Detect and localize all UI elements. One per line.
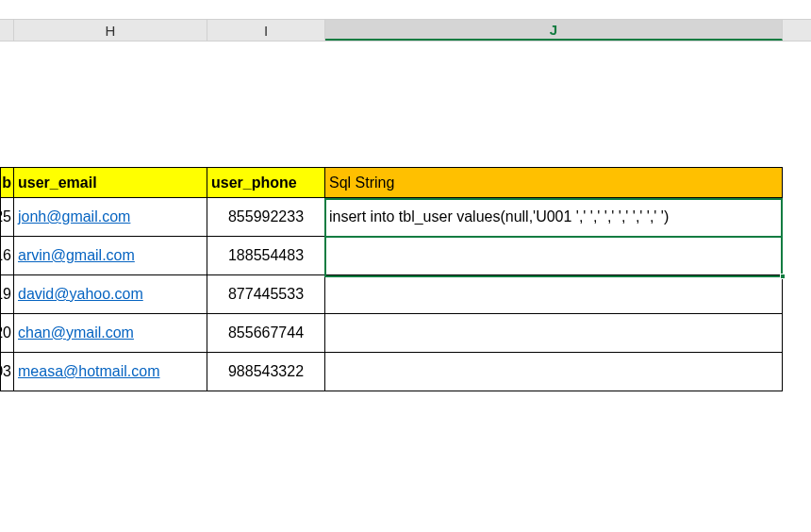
column-header-k-partial[interactable] [783,20,811,41]
email-link[interactable]: jonh@gmail.com [18,208,130,225]
cell-email[interactable]: chan@ymail.com [14,314,207,353]
data-table: b user_email user_phone Sql String 25 jo… [0,167,783,391]
cell-phone[interactable]: 855667744 [207,314,325,353]
header-user-email[interactable]: user_email [14,167,207,198]
table-row: 20 chan@ymail.com 855667744 [0,314,783,353]
column-header-j[interactable]: J [325,20,783,41]
cell-g[interactable]: 25 [0,198,14,237]
cell-g[interactable]: 16 [0,237,14,275]
cell-g[interactable]: 20 [0,314,14,353]
cell-g[interactable]: 03 [0,353,14,391]
table-header-row: b user_email user_phone Sql String [0,167,783,198]
fill-handle[interactable] [780,274,786,279]
cell-phone[interactable]: 188554483 [207,237,325,275]
cell-phone[interactable]: 877445533 [207,275,325,314]
cell-phone[interactable]: 855992233 [207,198,325,237]
email-link[interactable]: arvin@gmail.com [18,247,135,264]
column-header-g-partial[interactable] [0,20,14,41]
cell-g[interactable]: 19 [0,275,14,314]
table-row: 03 measa@hotmail.com 988543322 [0,353,783,391]
email-link[interactable]: measa@hotmail.com [18,363,160,380]
cell-phone[interactable]: 988543322 [207,353,325,391]
column-headers-row: H I J [0,19,811,42]
cell-sql[interactable]: insert into tbl_user values(null,'U001 '… [325,198,783,237]
table-row: 16 arvin@gmail.com 188554483 [0,237,783,275]
cell-sql[interactable] [325,314,783,353]
cell-email[interactable]: arvin@gmail.com [14,237,207,275]
sheet-area[interactable]: b user_email user_phone Sql String 25 jo… [0,42,811,532]
column-header-i[interactable]: I [207,20,325,41]
cell-sql[interactable] [325,353,783,391]
table-row: 19 david@yahoo.com 877445533 [0,275,783,314]
cell-email[interactable]: david@yahoo.com [14,275,207,314]
table-row: 25 jonh@gmail.com 855992233 insert into … [0,198,783,237]
cell-sql[interactable] [325,237,783,275]
email-link[interactable]: david@yahoo.com [18,286,143,303]
cell-email[interactable]: jonh@gmail.com [14,198,207,237]
email-link[interactable]: chan@ymail.com [18,324,134,341]
cell-sql[interactable] [325,275,783,314]
column-header-h[interactable]: H [14,20,207,41]
header-user-phone[interactable]: user_phone [207,167,325,198]
cell-email[interactable]: measa@hotmail.com [14,353,207,391]
header-sql-string[interactable]: Sql String [325,167,783,198]
header-col-b-partial[interactable]: b [0,167,14,198]
